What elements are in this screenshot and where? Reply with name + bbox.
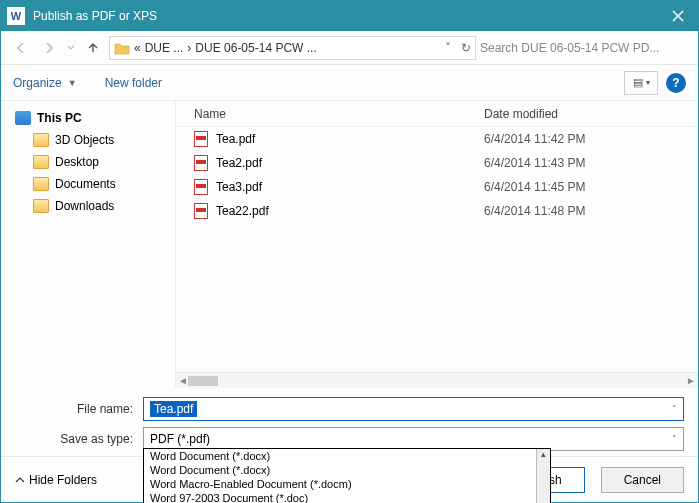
breadcrumb[interactable]: « DUE ... › DUE 06-05-14 PCW ... ˅ ↻ — [109, 36, 476, 60]
chevron-down-icon: ▼ — [68, 78, 77, 88]
refresh-button[interactable]: ↻ — [461, 41, 471, 55]
pdf-icon — [194, 155, 208, 171]
window-title: Publish as PDF or XPS — [33, 9, 658, 23]
column-headers: Name Date modified — [176, 101, 698, 127]
chevron-down-icon: ▾ — [646, 78, 650, 87]
saveas-option[interactable]: Word Macro-Enabled Document (*.docm) — [144, 477, 550, 491]
nav-label: This PC — [37, 111, 82, 125]
dropdown-scrollbar[interactable]: ▴▾ — [536, 449, 550, 503]
search-input[interactable]: Search DUE 06-05-14 PCW PD... — [480, 41, 690, 55]
file-date: 6/4/2014 11:42 PM — [476, 132, 698, 146]
hide-folders-label: Hide Folders — [29, 473, 97, 487]
file-date: 6/4/2014 11:48 PM — [476, 204, 698, 218]
folder-icon — [33, 199, 49, 213]
file-name: Tea2.pdf — [216, 156, 262, 170]
help-icon: ? — [672, 76, 679, 90]
nav-label: Downloads — [55, 199, 114, 213]
col-name[interactable]: Name — [176, 107, 476, 121]
breadcrumb-part1[interactable]: DUE ... — [145, 41, 184, 55]
file-date: 6/4/2014 11:45 PM — [476, 180, 698, 194]
new-folder-button[interactable]: New folder — [105, 76, 162, 90]
scroll-left-icon: ◄ — [178, 375, 188, 386]
nav-documents[interactable]: Documents — [15, 173, 171, 195]
nav-up-button[interactable] — [81, 36, 105, 60]
word-app-icon: W — [7, 7, 25, 25]
pdf-icon — [194, 131, 208, 147]
nav-label: Desktop — [55, 155, 99, 169]
dialog-window: W Publish as PDF or XPS « DUE ... › DUE … — [0, 0, 699, 503]
nav-back-button[interactable] — [9, 36, 33, 60]
form-area: File name: Tea.pdf ˅ Save as type: PDF (… — [1, 388, 698, 456]
filename-field[interactable]: Tea.pdf ˅ — [143, 397, 684, 421]
hide-folders-button[interactable]: Hide Folders — [15, 473, 97, 487]
pc-icon — [15, 111, 31, 125]
chevron-down-icon — [67, 44, 75, 52]
scroll-thumb[interactable] — [188, 376, 218, 386]
folder-icon — [33, 155, 49, 169]
col-date[interactable]: Date modified — [476, 107, 698, 121]
folder-icon — [33, 133, 49, 147]
command-bar: Organize ▼ New folder ▤ ▾ ? — [1, 65, 698, 101]
button-label: Cancel — [624, 473, 661, 487]
nav-label: 3D Objects — [55, 133, 114, 147]
chevron-up-icon — [15, 475, 25, 485]
pdf-icon — [194, 203, 208, 219]
file-name: Tea.pdf — [216, 132, 255, 146]
saveas-option[interactable]: Word 97-2003 Document (*.doc) — [144, 491, 550, 503]
arrow-right-icon — [42, 41, 56, 55]
search-placeholder: Search DUE 06-05-14 PCW PD... — [480, 41, 690, 55]
close-icon — [672, 10, 684, 22]
chevron-down-icon[interactable]: ˅ — [672, 404, 677, 414]
cancel-button[interactable]: Cancel — [601, 467, 684, 493]
scroll-up-icon: ▴ — [541, 449, 546, 459]
file-row[interactable]: Tea.pdf6/4/2014 11:42 PM — [176, 127, 698, 151]
file-name: Tea22.pdf — [216, 204, 269, 218]
saveas-label: Save as type: — [15, 432, 143, 446]
file-name: Tea3.pdf — [216, 180, 262, 194]
pdf-icon — [194, 179, 208, 195]
nav-forward-button[interactable] — [37, 36, 61, 60]
file-date: 6/4/2014 11:43 PM — [476, 156, 698, 170]
saveas-dropdown: Word Document (*.docx) Word Document (*.… — [143, 448, 551, 503]
nav-desktop[interactable]: Desktop — [15, 151, 171, 173]
nav-this-pc[interactable]: This PC — [15, 107, 171, 129]
scroll-right-icon: ► — [686, 375, 696, 386]
nav-3d-objects[interactable]: 3D Objects — [15, 129, 171, 151]
close-button[interactable] — [658, 1, 698, 31]
filename-value: Tea.pdf — [150, 401, 197, 417]
filename-label: File name: — [15, 402, 143, 416]
arrow-up-icon — [86, 41, 100, 55]
file-row[interactable]: Tea22.pdf6/4/2014 11:48 PM — [176, 199, 698, 223]
nav-label: Documents — [55, 177, 116, 191]
saveas-value: PDF (*.pdf) — [150, 432, 210, 446]
file-row[interactable]: Tea3.pdf6/4/2014 11:45 PM — [176, 175, 698, 199]
help-button[interactable]: ? — [666, 73, 686, 93]
saveas-option[interactable]: Word Document (*.docx) — [144, 463, 550, 477]
title-bar: W Publish as PDF or XPS — [1, 1, 698, 31]
breadcrumb-part2[interactable]: DUE 06-05-14 PCW ... — [195, 41, 316, 55]
breadcrumb-sep: › — [187, 41, 191, 55]
folder-icon — [33, 177, 49, 191]
breadcrumb-sep: « — [134, 41, 141, 55]
file-list-pane: Name Date modified Tea.pdf6/4/2014 11:42… — [176, 101, 698, 388]
navigation-pane: This PC 3D Objects Desktop Documents Dow… — [1, 101, 176, 388]
organize-menu[interactable]: Organize — [13, 76, 62, 90]
file-row[interactable]: Tea2.pdf6/4/2014 11:43 PM — [176, 151, 698, 175]
view-icon: ▤ — [633, 76, 643, 89]
horizontal-scrollbar[interactable]: ◄ ► — [176, 372, 698, 388]
arrow-left-icon — [14, 41, 28, 55]
navigation-row: « DUE ... › DUE 06-05-14 PCW ... ˅ ↻ Sea… — [1, 31, 698, 65]
nav-recent-button[interactable] — [65, 36, 77, 60]
view-options-button[interactable]: ▤ ▾ — [624, 71, 658, 95]
chevron-down-icon[interactable]: ˅ — [672, 434, 677, 444]
saveas-option[interactable]: Word Document (*.docx) — [144, 449, 550, 463]
folder-icon — [114, 41, 130, 55]
nav-downloads[interactable]: Downloads — [15, 195, 171, 217]
